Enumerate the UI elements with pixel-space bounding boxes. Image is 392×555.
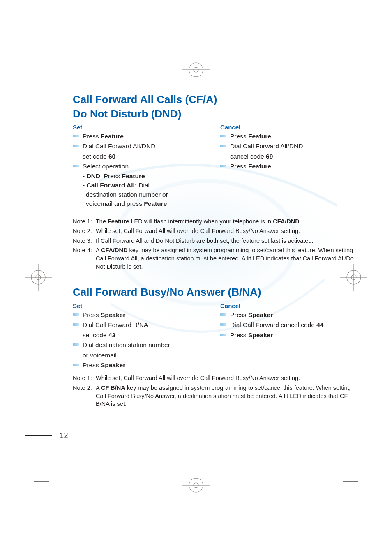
list-item: cancel code 69 <box>220 152 360 161</box>
note-text: A CFA/DND key may be assigned in system … <box>96 246 360 271</box>
crop-mark <box>338 486 338 502</box>
list-item: Press Feature <box>220 131 360 141</box>
sub-list-item: voicemail and press Feature <box>73 199 213 208</box>
registration-mark-left <box>25 264 52 291</box>
section2: Call Forward Busy/No Answer (B/NA) Set P… <box>73 286 360 408</box>
section2-set-column: Set Press Speaker Dial Call Forward B/NA… <box>73 301 213 371</box>
section1-title-line2: Do Not Disturb (DND) <box>73 107 360 121</box>
registration-mark-top <box>182 56 210 83</box>
note-row: Note 2: A CF B/NA key may be assigned in… <box>73 384 360 408</box>
list-item: or voicemail <box>73 350 213 360</box>
sub-list-item: - DND: Press Feature <box>73 172 213 181</box>
list-item: Press Speaker <box>220 330 360 340</box>
list-item: Dial Call Forward cancel code 44 <box>220 320 360 330</box>
section1-notes: Note 1: The Feature LED will flash inter… <box>73 218 360 271</box>
list-item: Dial Call Forward All/DND <box>73 141 213 151</box>
note-row: Note 1: The Feature LED will flash inter… <box>73 218 360 226</box>
crop-mark <box>338 53 338 69</box>
section2-notes: Note 1: While set, Call Forward All will… <box>73 374 360 408</box>
set-heading: Set <box>73 302 213 309</box>
list-item: set code 43 <box>73 330 213 340</box>
list-item: Press Feature <box>220 161 360 171</box>
note-label: Note 1: <box>73 374 96 382</box>
note-label: Note 1: <box>73 218 96 226</box>
crop-mark <box>34 74 49 74</box>
crop-mark <box>343 74 358 74</box>
section2-title: Call Forward Busy/No Answer (B/NA) <box>73 286 360 299</box>
note-text: While set, Call Forward All will overrid… <box>96 374 360 382</box>
note-row: Note 3: If Call Forward All and Do Not D… <box>73 237 360 245</box>
page-number-wrap: 12 <box>25 431 68 440</box>
cancel-heading: Cancel <box>220 124 360 131</box>
list-item: Press Speaker <box>73 360 213 370</box>
note-row: Note 1: While set, Call Forward All will… <box>73 374 360 382</box>
note-row: Note 2: While set, Call Forward All will… <box>73 227 360 235</box>
list-item: Press Feature <box>73 131 213 141</box>
page-content: Call Forward All Calls (CF/A) Do Not Dis… <box>73 93 360 410</box>
note-row: Note 4: A CFA/DND key may be assigned in… <box>73 246 360 271</box>
section1-title-line1: Call Forward All Calls (CF/A) <box>73 93 360 106</box>
note-text: The Feature LED will flash intermittentl… <box>96 218 360 226</box>
crop-mark <box>34 481 49 482</box>
note-text: While set, Call Forward All will overrid… <box>96 227 360 235</box>
section2-cancel-column: Cancel Press Speaker Dial Call Forward c… <box>220 301 360 371</box>
list-item: Select operation <box>73 161 213 171</box>
section1-cancel-column: Cancel Press Feature Dial Call Forward A… <box>220 122 360 209</box>
section1-set-column: Set Press Feature Dial Call Forward All/… <box>73 122 213 209</box>
sub-list-item: destination station number or <box>73 190 213 199</box>
list-item: Press Speaker <box>73 310 213 320</box>
crop-mark <box>54 486 54 502</box>
sub-list-item: - Call Forward All: Dial <box>73 181 213 190</box>
crop-mark <box>54 53 54 69</box>
note-text: A CF B/NA key may be assigned in system … <box>96 384 360 408</box>
note-label: Note 2: <box>73 384 96 408</box>
list-item: Dial destination station number <box>73 340 213 350</box>
list-item: Dial Call Forward All/DND <box>220 141 360 151</box>
list-item: set code 60 <box>73 152 213 161</box>
page-number-rule <box>25 435 52 436</box>
page-number: 12 <box>60 431 68 440</box>
set-heading: Set <box>73 124 213 131</box>
registration-mark-bottom <box>182 472 210 499</box>
list-item: Dial Call Forward B/NA <box>73 320 213 330</box>
note-text: If Call Forward All and Do Not Disturb a… <box>96 237 360 245</box>
list-item: Press Speaker <box>220 310 360 320</box>
crop-mark <box>343 481 358 482</box>
note-label: Note 4: <box>73 246 96 271</box>
note-label: Note 3: <box>73 237 96 245</box>
note-label: Note 2: <box>73 227 96 235</box>
cancel-heading: Cancel <box>220 302 360 309</box>
